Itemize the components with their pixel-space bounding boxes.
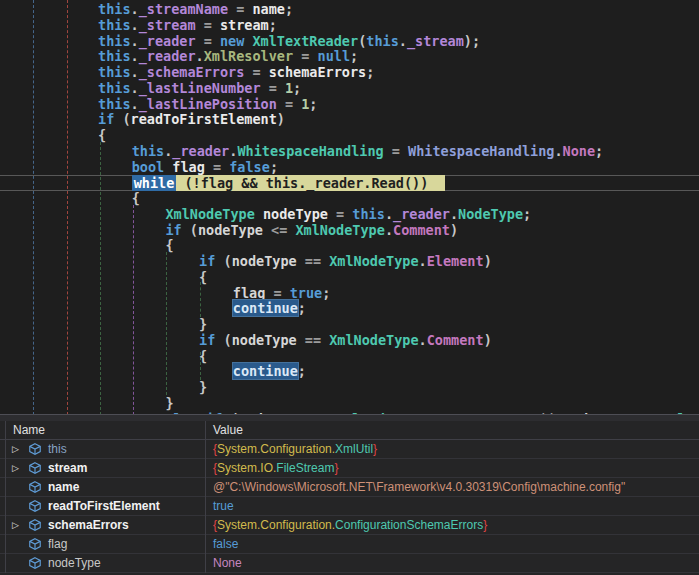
panel-splitter[interactable]: [0, 414, 699, 421]
code-token: =: [277, 96, 301, 112]
variable-value: None: [213, 554, 242, 572]
code-token: 1: [285, 80, 293, 96]
code-line[interactable]: this._reader = new XmlTextReader(this._s…: [0, 34, 699, 50]
code-token: flag: [233, 285, 266, 301]
value-token: XmlUtil: [335, 442, 373, 456]
locals-row[interactable]: nodeTypeNone: [0, 554, 699, 573]
code-token: _reader: [139, 48, 196, 64]
code-line[interactable]: this._stream = stream;: [0, 18, 699, 34]
variable-value: false: [213, 535, 238, 553]
locals-header: Name Value: [0, 421, 699, 440]
code-token: _reader: [139, 33, 196, 49]
code-token: (: [215, 332, 231, 348]
code-token: <=: [263, 222, 296, 238]
code-token: }: [199, 316, 207, 332]
locals-row[interactable]: readToFirstElementtrue: [0, 497, 699, 516]
code-token: XmlTextReader: [252, 33, 358, 49]
code-token: (!flag && this._reader.Read()): [176, 175, 444, 191]
code-line[interactable]: {: [0, 191, 699, 207]
code-line[interactable]: this._streamName = name;: [0, 2, 699, 18]
code-token: stream: [220, 17, 269, 33]
code-line[interactable]: XmlNodeType nodeType = this._reader.Node…: [0, 207, 699, 223]
code-token: ;: [309, 96, 317, 112]
variable-value: {System.IO.FileStream}: [213, 459, 338, 477]
code-line[interactable]: }: [0, 317, 699, 333]
code-token: this: [98, 1, 131, 17]
code-line[interactable]: bool flag = false;: [0, 160, 699, 176]
code-token: this: [98, 64, 131, 80]
code-token: this: [98, 48, 131, 64]
code-token: Comment: [393, 222, 450, 238]
code-token: .: [131, 17, 139, 33]
code-token: .: [419, 253, 427, 269]
code-token: None: [563, 143, 596, 159]
code-line[interactable]: continue;: [0, 301, 699, 317]
code-token: .: [131, 48, 139, 64]
code-line[interactable]: if (readToFirstElement): [0, 112, 699, 128]
field-icon: [28, 499, 42, 513]
code-line[interactable]: if (nodeType == XmlNodeType.Element): [0, 254, 699, 270]
value-token: false: [213, 537, 238, 551]
code-token: null: [318, 48, 351, 64]
code-token: =: [265, 285, 289, 301]
variable-name: readToFirstElement: [48, 497, 160, 515]
code-line[interactable]: this._reader.XmlResolver = null;: [0, 49, 699, 65]
expander-icon[interactable]: ▷: [12, 459, 19, 477]
field-icon: [28, 442, 42, 456]
value-token: System.IO.: [217, 461, 276, 475]
code-token: readToFirstElement: [131, 111, 277, 127]
code-token: XmlNodeType: [295, 222, 384, 238]
locals-body: ▷this{System.Configuration.XmlUtil}▷stre…: [0, 440, 699, 573]
code-editor[interactable]: this._streamName = name;this._stream = s…: [0, 0, 699, 415]
code-line[interactable]: }: [0, 380, 699, 396]
code-line[interactable]: while (!flag && this._reader.Read()): [0, 175, 699, 191]
code-line[interactable]: continue;: [0, 364, 699, 380]
variable-name: nodeType: [48, 554, 101, 572]
code-token: _stream: [139, 17, 196, 33]
code-line[interactable]: this._reader.WhitespaceHandling = Whites…: [0, 144, 699, 160]
locals-row[interactable]: ▷stream{System.IO.FileStream}: [0, 459, 699, 478]
locals-row[interactable]: name@"C:\Windows\Microsoft.NET\Framework…: [0, 478, 699, 497]
code-token: .: [450, 206, 458, 222]
expander-icon[interactable]: ▷: [12, 440, 19, 458]
code-line[interactable]: if (nodeType == XmlNodeType.Comment): [0, 333, 699, 349]
code-token: new: [220, 33, 253, 49]
code-token: while: [132, 175, 177, 191]
code-token: {: [98, 127, 106, 143]
code-token: ;: [270, 159, 278, 175]
value-token: @"C:\Windows\Microsoft.NET\Framework\v4.…: [213, 480, 625, 494]
code-line[interactable]: {: [0, 349, 699, 365]
code-token: .: [131, 64, 139, 80]
code-token: Element: [427, 253, 484, 269]
code-line[interactable]: {: [0, 238, 699, 254]
expander-icon[interactable]: ▷: [12, 516, 19, 534]
locals-row[interactable]: ▷schemaErrors{System.Configuration.Confi…: [0, 516, 699, 535]
variable-value: @"C:\Windows\Microsoft.NET\Framework\v4.…: [213, 478, 625, 496]
code-token: if: [165, 222, 181, 238]
code-line[interactable]: {: [0, 270, 699, 286]
code-line[interactable]: {: [0, 128, 699, 144]
code-line[interactable]: if (nodeType <= XmlNodeType.Comment): [0, 223, 699, 239]
code-token: ;: [366, 64, 374, 80]
code-token: .: [554, 143, 562, 159]
code-token: this: [132, 143, 165, 159]
code-token: name: [252, 1, 285, 17]
code-token: this: [98, 80, 131, 96]
code-token: XmlResolver: [204, 48, 293, 64]
code-token: _reader: [393, 206, 450, 222]
code-line[interactable]: this._schemaErrors = schemaErrors;: [0, 65, 699, 81]
column-resize-divider[interactable]: [205, 421, 206, 573]
code-line[interactable]: }: [0, 396, 699, 412]
variable-value: {System.Configuration.ConfigurationSchem…: [213, 516, 487, 534]
locals-row[interactable]: ▷this{System.Configuration.XmlUtil}: [0, 440, 699, 459]
code-token: ;: [298, 300, 306, 316]
code-token: schemaErrors: [269, 64, 367, 80]
code-token: ): [484, 332, 492, 348]
code-line[interactable]: flag = true;: [0, 286, 699, 302]
value-token: System.Configuration.: [217, 518, 335, 532]
code-line[interactable]: this._lastLineNumber = 1;: [0, 81, 699, 97]
locals-row[interactable]: flagfalse: [0, 535, 699, 554]
code-token: this: [366, 33, 399, 49]
code-line[interactable]: this._lastLinePosition = 1;: [0, 97, 699, 113]
field-icon: [28, 556, 42, 570]
